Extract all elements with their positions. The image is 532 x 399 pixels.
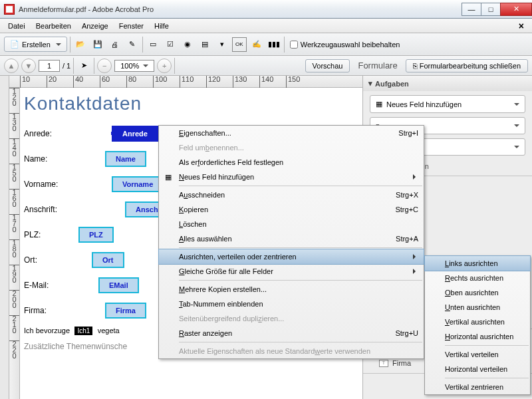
close-form-editing-button[interactable]: ⎘ Formularbearbeitung schließen [406, 59, 528, 72]
ctx-same-size[interactable]: Gleiche Größe für alle Felder [159, 264, 424, 279]
ctx-grid[interactable]: Raster anzeigenStrg+U [159, 326, 424, 340]
button-tool-icon[interactable]: OK [232, 37, 247, 52]
ctx-copy[interactable]: KopierenStrg+C [159, 202, 424, 217]
ctx-cut[interactable]: AusschneidenStrg+X [159, 188, 424, 202]
new-field-button[interactable]: ▦ Neues Feld hinzufügen [370, 95, 525, 113]
form-field-firma[interactable]: Firma [105, 303, 146, 319]
create-label: Erstellen [22, 41, 51, 49]
ctx2-bottom[interactable]: Unten ausrichten [425, 300, 530, 315]
ctx-multi-copy[interactable]: Mehrere Kopien erstellen... [159, 282, 424, 297]
page-down-button[interactable]: ▼ [21, 59, 36, 73]
form-field-anrede[interactable]: Anrede [112, 126, 158, 142]
dropdown-icon [56, 43, 61, 49]
dropdown-icon [514, 103, 519, 108]
ctx-new-field[interactable]: ▦Neues Feld hinzufügen [159, 170, 424, 184]
forms-label: Formulare [352, 61, 402, 70]
page-input[interactable]: 1 [39, 60, 60, 72]
ctx-align[interactable]: Ausrichten, verteilen oder zentrieren [158, 249, 424, 265]
open-icon[interactable]: 📂 [73, 37, 88, 52]
doc-heading: Kontaktdaten [24, 93, 358, 114]
ctx2-hdist[interactable]: Horizontal verteilen [425, 362, 530, 376]
menu-fenster[interactable]: Fenster [114, 20, 149, 32]
ctx2-top[interactable]: Oben ausrichten [425, 285, 530, 300]
maximize-button[interactable]: □ [481, 3, 501, 16]
toolbar-nav: ▲ ▼ 1 / 1 ➤ − 100% + Vorschau Formulare … [0, 56, 532, 76]
textfield-icon: T [379, 360, 388, 367]
signature-tool-icon[interactable]: ✍ [249, 37, 264, 52]
ctx-rename: Feld umbenennen... [159, 140, 424, 155]
preview-button[interactable]: Vorschau [305, 59, 350, 72]
checkbox-tool-icon[interactable]: ☑ [163, 37, 178, 52]
page-count: / 1 [63, 62, 70, 70]
zoom-out-button[interactable]: − [97, 59, 112, 73]
menu-bearbeiten[interactable]: Bearbeiten [31, 20, 76, 32]
ruler-horizontal: 1020406080100110120130140150 [9, 76, 362, 88]
zoom-input[interactable]: 100% [114, 60, 154, 72]
form-field-email[interactable]: EMail [98, 277, 139, 293]
pointer-tool-icon[interactable]: ➤ [76, 59, 91, 73]
close-button[interactable]: ✕ [500, 3, 532, 16]
ctx-required[interactable]: Als erforderliches Feld festlegen [159, 155, 424, 170]
field-label: PLZ: [24, 230, 72, 239]
field-label: Name: [24, 154, 72, 164]
keep-tool-checkbox[interactable]: Werkzeugauswahl beibehalten [290, 41, 400, 49]
close-form-icon: ⎘ [413, 62, 420, 70]
left-sidebar[interactable] [0, 76, 9, 399]
field-label: Vorname: [24, 180, 72, 189]
ctx-select-all[interactable]: Alles auswählenStrg+A [159, 231, 424, 246]
menu-datei[interactable]: Datei [3, 20, 31, 32]
title-bar: Anmeldeformular.pdf - Adobe Acrobat Pro … [0, 0, 532, 19]
menu-bar: Datei Bearbeiten Anzeige Fenster Hilfe × [0, 19, 532, 33]
page-up-button[interactable]: ▲ [4, 59, 19, 73]
ctx2-vertical[interactable]: Vertikal ausrichten [425, 315, 530, 329]
tasks-header[interactable]: ▾Aufgaben [363, 76, 532, 91]
field-label: Anschrift: [24, 205, 72, 214]
new-field-icon: ▦ [376, 100, 382, 108]
context-submenu-align: Links ausrichten Rechts ausrichten Oben … [424, 255, 531, 395]
textfield-tool-icon[interactable]: ▭ [146, 37, 160, 52]
field-label: Firma: [24, 306, 72, 315]
ctx2-vdist[interactable]: Vertikal verteilen [425, 347, 530, 362]
ctx2-left[interactable]: Links ausrichten [424, 255, 531, 271]
ctx-tab-numbers[interactable]: Tab-Nummern einblenden [159, 297, 424, 311]
form-field-plz[interactable]: PLZ [78, 227, 114, 243]
create-icon: 📄 [10, 40, 19, 49]
new-field-icon: ▦ [163, 173, 174, 182]
zoom-in-button[interactable]: + [157, 59, 172, 73]
ctx-properties[interactable]: EEigenschaften...igenschaften...Strg+I [159, 126, 424, 140]
radio-tool-icon[interactable]: ◉ [180, 37, 195, 52]
dropdown-tool-icon[interactable]: ▾ [215, 37, 229, 52]
context-menu: EEigenschaften...igenschaften...Strg+I F… [158, 125, 424, 359]
form-field-vorname[interactable]: Vorname [112, 176, 164, 192]
menu-hilfe[interactable]: Hilfe [149, 20, 174, 32]
ctx-defaults: Aktuelle Eigenschaften als neue Standard… [159, 344, 424, 358]
pdf-icon [4, 4, 15, 15]
create-button[interactable]: 📄 Erstellen [4, 37, 67, 52]
field-label: Ort: [24, 255, 72, 265]
form-field-ort[interactable]: Ort [92, 252, 124, 268]
ctx2-right[interactable]: Rechts ausrichten [425, 271, 530, 285]
keep-tool-input[interactable] [290, 41, 298, 49]
close-doc-button[interactable]: × [511, 21, 532, 31]
barcode-tool-icon[interactable]: ▮▮▮ [267, 37, 281, 52]
form-field-name[interactable]: Name [105, 151, 146, 167]
menu-anzeige[interactable]: Anzeige [76, 20, 114, 32]
print-icon[interactable]: 🖨 [108, 37, 122, 52]
ctx-delete[interactable]: Löschen [159, 217, 424, 231]
ctx2-horizontal[interactable]: Horizontal ausrichten [425, 329, 530, 344]
check-field-ich1[interactable]: Ich1 [74, 327, 92, 335]
ctx2-vcenter[interactable]: Vertikal zentrieren [425, 380, 530, 394]
field-label: Anrede: [24, 129, 72, 138]
save-icon[interactable]: 💾 [90, 37, 105, 52]
toolbar-main: 📄 Erstellen 📂 💾 🖨 ✎ ▭ ☑ ◉ ▤ ▾ OK ✍ ▮▮▮ W… [0, 33, 532, 56]
keep-tool-label: Werkzeugauswahl beibehalten [301, 41, 400, 49]
field-label: E-Mail: [24, 281, 72, 290]
ctx-duplicate: Seitenübergreifend duplizieren... [159, 311, 424, 326]
minimize-button[interactable]: — [462, 3, 481, 16]
listbox-tool-icon[interactable]: ▤ [198, 37, 212, 52]
window-title: Anmeldeformular.pdf - Adobe Acrobat Pro [19, 5, 154, 13]
edit-icon[interactable]: ✎ [125, 37, 140, 52]
ruler-vertical: 1 2 01 3 01 4 01 5 01 6 01 7 01 8 01 9 0… [9, 88, 20, 399]
